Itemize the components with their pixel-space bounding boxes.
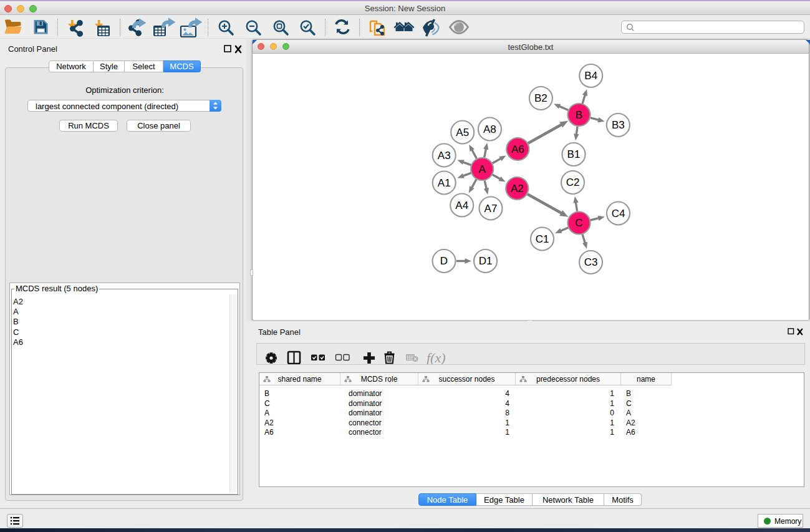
svg-text:A: A <box>479 163 486 175</box>
svg-text:C1: C1 <box>536 233 549 245</box>
svg-text:B4: B4 <box>584 70 597 82</box>
svg-text:A2: A2 <box>511 183 524 195</box>
svg-text:D1: D1 <box>479 255 493 267</box>
svg-text:C2: C2 <box>566 177 580 188</box>
svg-text:A1: A1 <box>438 177 451 189</box>
svg-text:A6: A6 <box>511 143 524 155</box>
svg-text:A5: A5 <box>456 127 469 138</box>
svg-text:A4: A4 <box>455 200 468 211</box>
svg-text:D: D <box>440 255 448 267</box>
svg-text:A7: A7 <box>485 203 498 215</box>
svg-text:A8: A8 <box>483 123 496 135</box>
svg-text:f(x): f(x) <box>427 350 446 364</box>
svg-text:C4: C4 <box>612 208 625 220</box>
svg-text:B3: B3 <box>612 119 625 131</box>
svg-text:C3: C3 <box>584 256 598 268</box>
svg-text:B2: B2 <box>534 92 547 104</box>
svg-text:B1: B1 <box>567 148 581 160</box>
svg-text:C: C <box>575 217 582 229</box>
svg-text:B: B <box>576 109 582 121</box>
svg-text:A3: A3 <box>438 150 451 162</box>
